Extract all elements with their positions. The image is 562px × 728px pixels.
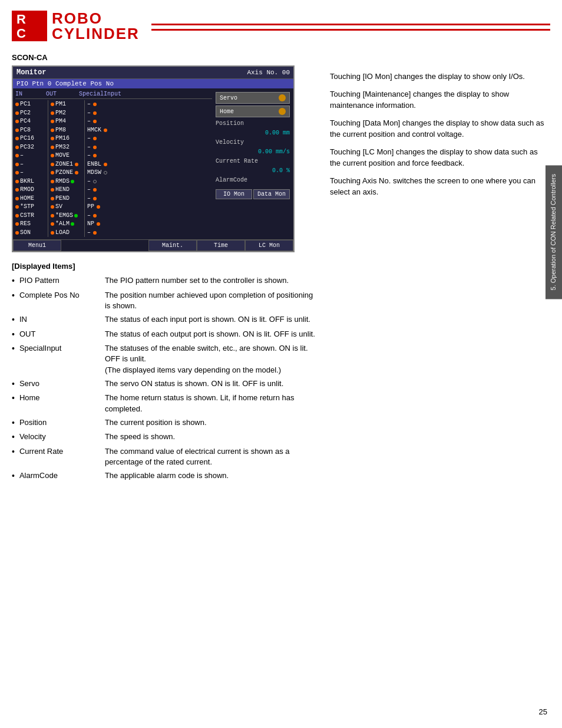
io-row: PC2: [15, 109, 46, 118]
col-in-header: IN: [15, 91, 44, 97]
velocity-value-row: 0.00 mm/s: [216, 147, 290, 157]
monitor-right-panel: Servo Home Position 0.00 mm: [214, 91, 291, 237]
dot: [15, 205, 19, 209]
item-desc: The status of each input port is shown. …: [105, 314, 318, 325]
io-row: HOME: [15, 195, 46, 203]
io-header-row: IN OUT SpecialInput: [15, 91, 212, 99]
dot: [51, 231, 54, 235]
dot: [104, 171, 107, 174]
maint-button[interactable]: Maint.: [148, 240, 197, 251]
touching-note-2: Touching [Maintenance] changes the displ…: [330, 88, 550, 111]
io-row: HMCK: [87, 126, 123, 135]
item-name: AlarmCode: [19, 470, 105, 481]
io-mon-button[interactable]: IO Mon: [216, 189, 252, 199]
io-row: ZONE1: [51, 160, 82, 169]
item-desc: The applicable alarm code is shown.: [105, 470, 318, 481]
col-special-header: SpecialInput: [79, 91, 121, 97]
item-desc: The command value of electrical current …: [105, 446, 318, 467]
io-row: PC1: [15, 100, 46, 109]
dot: [15, 154, 19, 157]
monitor-title: Monitor: [16, 68, 46, 77]
io-row: –: [87, 186, 123, 195]
item-name: Position: [19, 417, 105, 428]
servo-button[interactable]: Servo: [216, 92, 290, 104]
dot: [15, 129, 19, 132]
dot: [51, 188, 54, 192]
io-row: –: [15, 151, 46, 160]
col-out-header: OUT: [46, 91, 77, 97]
io-row: –: [87, 100, 123, 109]
position-label: Position: [216, 119, 290, 129]
right-column: Touching [IO Mon] changes the display to…: [318, 53, 550, 485]
io-row: RMDS: [51, 177, 82, 186]
logo-robo: ROBO: [52, 11, 140, 26]
monitor-body: IN OUT SpecialInput PC1 PC2 PC4 PC8 PC16…: [13, 88, 293, 239]
item-desc: The PIO pattern number set to the contro…: [105, 275, 318, 286]
dot: [93, 111, 97, 115]
io-row: –: [15, 169, 46, 177]
io-row: PC16: [15, 134, 46, 143]
dot: [71, 180, 74, 183]
io-row: –: [87, 109, 123, 118]
list-item: • OUT The status of each output port is …: [12, 329, 318, 341]
io-row: HEND: [51, 186, 82, 195]
dot: [15, 171, 19, 174]
io-row: PM8: [51, 126, 82, 135]
dot: [51, 120, 54, 123]
dot: [15, 120, 19, 123]
item-desc: The statuses of the enable switch, etc.,…: [105, 343, 318, 375]
io-row: MDSW: [87, 169, 123, 177]
time-button[interactable]: Time: [197, 240, 245, 251]
dot: [97, 205, 100, 209]
item-name: PIO Pattern: [19, 275, 105, 286]
io-in-col: PC1 PC2 PC4 PC8 PC16 PC32 – – – BKRL RMO…: [15, 100, 48, 237]
touching-note-5: Touching Axis No. switches the screen to…: [330, 175, 550, 198]
dot: [51, 103, 54, 106]
home-indicator: [279, 108, 286, 115]
item-name: Current Rate: [19, 446, 105, 457]
header-line-bottom: [151, 29, 550, 31]
bullet: •: [12, 343, 15, 355]
dot: [93, 214, 97, 218]
menu1-button[interactable]: Menu1: [13, 240, 61, 251]
home-button[interactable]: Home: [216, 106, 290, 117]
item-list: • PIO Pattern The PIO pattern number set…: [12, 275, 318, 482]
touching-note-1: Touching [IO Mon] changes the display to…: [330, 71, 550, 83]
dot: [51, 205, 54, 209]
current-rate-value-row: 0.0 %: [216, 166, 290, 176]
io-row: –: [87, 151, 123, 160]
io-row: PC4: [15, 117, 46, 126]
footer-btn-row: IO Mon Data Mon: [216, 189, 290, 199]
io-row: PC8: [15, 126, 46, 135]
dot: [93, 103, 97, 106]
dot: [93, 180, 97, 183]
dot: [15, 137, 19, 140]
lc-mon-button[interactable]: LC Mon: [245, 240, 293, 251]
side-tab: 5. Operation of CON Related Controllers: [546, 165, 562, 299]
io-row: *ALM: [51, 220, 82, 229]
dot: [74, 214, 78, 218]
item-name: Complete Pos No: [19, 290, 105, 301]
dot: [51, 111, 54, 115]
io-row: PZONE: [51, 169, 82, 177]
bullet: •: [12, 290, 15, 302]
left-column: SCON-CA Monitor Axis No. 00 PIO Ptn 0 Co…: [12, 53, 318, 485]
velocity-label: Velocity: [216, 138, 290, 147]
io-row: NP: [87, 220, 123, 229]
dot: [51, 154, 54, 157]
item-name: Velocity: [19, 431, 105, 442]
io-row: –: [87, 117, 123, 126]
io-row: *EMGS: [51, 212, 82, 220]
io-row: MOVE: [51, 151, 82, 160]
dot: [75, 163, 78, 166]
dot: [93, 120, 97, 123]
touching-note-4: Touching [LC Mon] changes the display to…: [330, 146, 550, 169]
io-row: –: [87, 143, 123, 152]
io-row: –: [87, 195, 123, 203]
position-value: 0.00 mm: [265, 129, 290, 138]
item-desc: The current position is shown.: [105, 417, 318, 428]
dot: [51, 222, 54, 226]
data-mon-button[interactable]: Data Mon: [253, 189, 290, 199]
dot: [51, 214, 54, 218]
io-row: PM4: [51, 117, 82, 126]
